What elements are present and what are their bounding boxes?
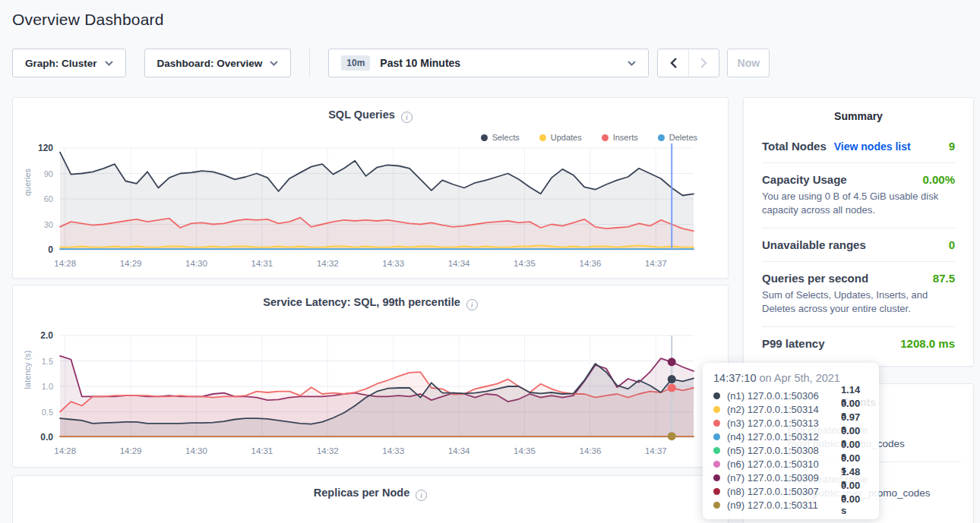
info-icon[interactable]: i: [466, 299, 478, 310]
qps-label: Queries per second: [762, 272, 868, 285]
page-title: Overview Dashboard: [12, 11, 980, 29]
capacity-usage-label: Capacity Usage: [762, 173, 847, 186]
svg-text:14:35: 14:35: [514, 446, 536, 455]
sql-queries-legend: SelectsUpdatesInsertsDeletes: [481, 133, 697, 142]
svg-text:14:34: 14:34: [448, 259, 470, 268]
p99-latency-value: 1208.0 ms: [900, 337, 955, 350]
node-color-dot: [713, 474, 720, 481]
qps-value: 87.5: [933, 272, 955, 285]
chevron-down-icon: [270, 61, 278, 66]
svg-text:14:28: 14:28: [54, 446, 76, 455]
view-nodes-list-link[interactable]: View nodes list: [834, 140, 911, 153]
svg-text:14:36: 14:36: [580, 446, 602, 455]
svg-text:14:30: 14:30: [185, 446, 207, 455]
node-color-dot: [713, 461, 720, 468]
sql-queries-chart[interactable]: 14:2814:2914:3014:3114:3214:3314:3414:35…: [13, 143, 728, 274]
svg-text:0: 0: [48, 244, 53, 255]
sql-queries-chart-title: SQL Queries: [328, 109, 395, 121]
svg-text:14:34: 14:34: [448, 446, 470, 455]
service-latency-panel: Service Latency: SQL, 99th percentilei l…: [12, 285, 729, 468]
summary-panel: Summary Total Nodes View nodes list 9 Ca…: [743, 97, 974, 367]
info-icon[interactable]: i: [401, 112, 413, 123]
sql-y-axis-label: queries: [23, 148, 32, 216]
graph-dropdown[interactable]: Graph: Cluster: [12, 49, 126, 77]
svg-text:14:37: 14:37: [645, 446, 667, 455]
svg-text:90: 90: [44, 169, 53, 178]
now-button[interactable]: Now: [727, 49, 770, 77]
svg-text:14:29: 14:29: [120, 259, 142, 268]
summary-row-capacity: Capacity Usage 0.00% You are using 0 B o…: [762, 162, 955, 228]
svg-text:2.0: 2.0: [40, 331, 53, 341]
graph-dropdown-label: Graph: Cluster: [25, 58, 97, 69]
p99-latency-label: P99 latency: [762, 337, 825, 350]
node-color-dot: [713, 447, 720, 454]
legend-item: Inserts: [602, 133, 638, 142]
next-time-button[interactable]: [688, 49, 719, 77]
controls-divider: [309, 49, 310, 77]
tooltip-timestamp: 14:37:10 on Apr 5th, 2021: [713, 372, 868, 384]
svg-text:14:30: 14:30: [185, 259, 207, 268]
node-color-dot: [713, 420, 720, 427]
chevron-down-icon: [628, 61, 636, 66]
svg-text:0.5: 0.5: [42, 408, 53, 417]
svg-text:30: 30: [44, 220, 53, 229]
chevron-right-icon: [700, 58, 707, 68]
chevron-left-icon: [670, 58, 677, 68]
total-nodes-label: Total Nodes: [762, 140, 827, 153]
tooltip-time: 14:37:10: [713, 372, 756, 384]
time-range-badge: 10m: [341, 55, 370, 71]
latency-y-axis-label: latency (s): [23, 336, 32, 404]
svg-text:14:28: 14:28: [54, 259, 76, 268]
summary-title: Summary: [762, 98, 955, 130]
svg-text:14:32: 14:32: [317, 446, 339, 455]
service-latency-chart-title: Service Latency: SQL, 99th percentile: [263, 296, 460, 308]
unavailable-ranges-label: Unavailable ranges: [762, 238, 866, 251]
summary-row-qps: Queries per second 87.5 Sum of Selects, …: [762, 261, 955, 326]
capacity-usage-value: 0.00%: [922, 173, 955, 186]
svg-text:14:29: 14:29: [120, 446, 142, 455]
node-color-dot: [713, 488, 720, 495]
total-nodes-value: 9: [949, 140, 955, 153]
sql-queries-panel: SQL Queriesi SelectsUpdatesInsertsDelete…: [12, 97, 729, 279]
legend-item: Selects: [481, 133, 520, 142]
controls-bar: Graph: Cluster Dashboard: Overview 10m P…: [12, 49, 980, 77]
chart-tooltip: 14:37:10 on Apr 5th, 2021 (n1) 127.0.0.1…: [703, 363, 879, 519]
service-latency-chart[interactable]: 14:2814:2914:3014:3114:3214:3314:3414:35…: [13, 331, 728, 462]
dashboard-dropdown[interactable]: Dashboard: Overview: [144, 49, 292, 77]
node-color-dot: [713, 392, 720, 399]
svg-text:14:33: 14:33: [382, 446, 404, 455]
chevron-down-icon: [105, 61, 113, 66]
node-color-dot: [713, 433, 720, 440]
svg-text:14:31: 14:31: [251, 259, 273, 268]
legend-dot: [602, 134, 609, 141]
svg-text:14:32: 14:32: [317, 259, 339, 268]
overview-dashboard-page: Overview Dashboard Graph: Cluster Dashbo…: [0, 0, 980, 523]
svg-text:14:36: 14:36: [580, 259, 602, 268]
svg-text:0.0: 0.0: [40, 432, 53, 443]
summary-row-p99: P99 latency 1208.0 ms: [762, 326, 955, 360]
time-range-picker[interactable]: 10m Past 10 Minutes: [328, 49, 649, 77]
time-range-label: Past 10 Minutes: [380, 57, 460, 69]
svg-text:14:33: 14:33: [382, 259, 404, 268]
svg-text:1.0: 1.0: [42, 382, 53, 391]
svg-text:60: 60: [44, 194, 53, 203]
prev-time-button[interactable]: [658, 49, 688, 77]
tooltip-date: on Apr 5th, 2021: [759, 372, 839, 384]
dashboard-dropdown-label: Dashboard: Overview: [157, 58, 263, 69]
node-color-dot: [713, 502, 720, 509]
info-icon[interactable]: i: [416, 490, 427, 501]
replicas-chart-title: Replicas per Node: [314, 487, 410, 499]
tooltip-rows: (n1) 127.0.0.1:503061.14 s(n2) 127.0.0.1…: [713, 389, 868, 512]
legend-dot: [658, 134, 665, 141]
legend-dot: [539, 134, 546, 141]
legend-item: Updates: [539, 133, 582, 142]
time-pager: [657, 49, 719, 77]
svg-text:14:35: 14:35: [514, 259, 536, 268]
svg-text:14:31: 14:31: [251, 446, 273, 455]
capacity-usage-description: You are using 0 B of 4.5 GiB usable disk…: [762, 190, 955, 218]
svg-text:120: 120: [38, 143, 53, 153]
qps-description: Sum of Selects, Updates, Inserts, and De…: [762, 288, 955, 317]
svg-text:14:37: 14:37: [645, 259, 667, 268]
legend-dot: [481, 134, 488, 141]
node-color-dot: [713, 406, 720, 413]
